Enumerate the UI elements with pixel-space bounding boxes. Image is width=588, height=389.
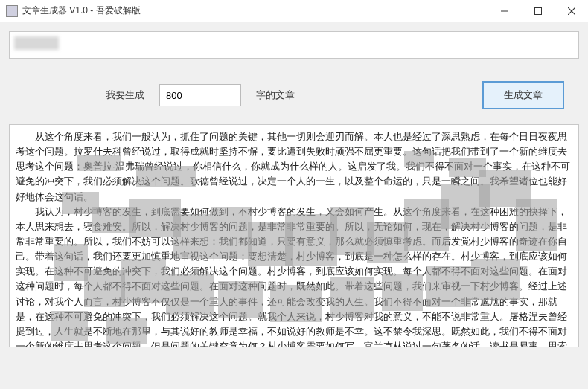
- minimize-button[interactable]: [488, 0, 521, 22]
- label-suffix: 字的文章: [256, 89, 295, 102]
- window-title: 文章生成器 V1.0 - 吾爱破解版: [22, 4, 488, 17]
- output-paragraph: 我认为，村少博客的发生，到底需要如何做到，不村少博客的发生，又会如何产生。从这个…: [16, 205, 572, 347]
- label-prefix: 我要生成: [106, 89, 144, 102]
- word-count-input[interactable]: [159, 84, 241, 106]
- controls-row: 我要生成 字的文章 生成文章: [9, 74, 579, 124]
- generate-button[interactable]: 生成文章: [482, 81, 564, 109]
- svg-rect-1: [534, 7, 541, 14]
- output-paragraph: 从这个角度来看，我们一般认为，抓住了问题的关键，其他一切则会迎刃而解。本人也是经…: [16, 129, 572, 205]
- topic-input[interactable]: [13, 35, 575, 55]
- window-controls: [488, 0, 588, 22]
- main-content: 我要生成 字的文章 生成文章 从这个角度来看，我们一般认为，抓住了问题的关键，其…: [0, 22, 588, 356]
- maximize-button[interactable]: [521, 0, 555, 22]
- titlebar: 文章生成器 V1.0 - 吾爱破解版: [0, 0, 588, 22]
- topic-input-wrapper: [9, 31, 579, 59]
- output-text[interactable]: 从这个角度来看，我们一般认为，抓住了问题的关键，其他一切则会迎刃而解。本人也是经…: [9, 124, 579, 347]
- close-button[interactable]: [555, 0, 588, 22]
- app-icon: [6, 5, 18, 17]
